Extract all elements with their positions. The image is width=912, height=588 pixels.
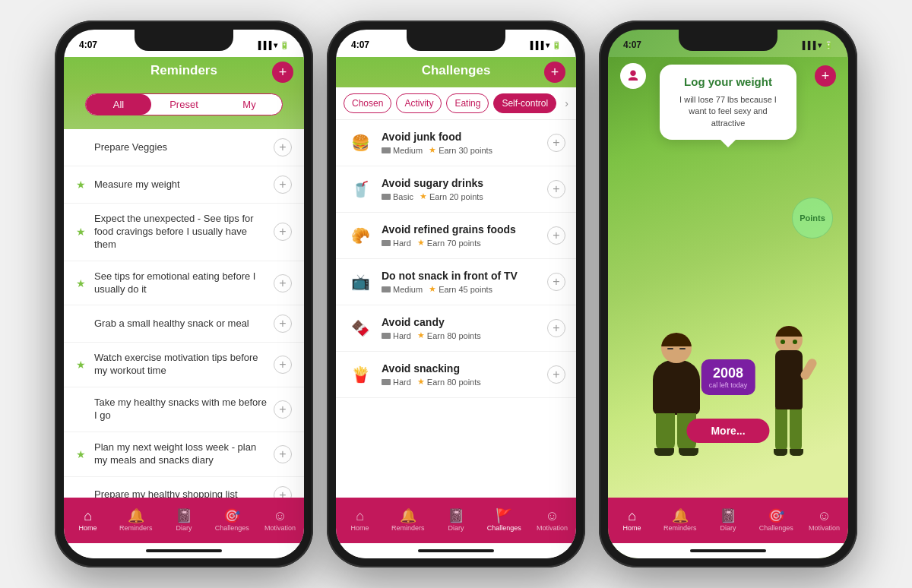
list-item[interactable]: 🍫 Avoid candy Hard ★ Earn 80 poin <box>336 305 576 352</box>
cal-badge: 2008 cal left today <box>701 359 755 395</box>
nav-home-label: Home <box>351 524 369 532</box>
challenge-info: Avoid candy Hard ★ Earn 80 points <box>382 316 540 340</box>
nav-home-1[interactable]: ⌂ Home <box>64 506 112 535</box>
difficulty-label: Hard <box>382 239 411 248</box>
add-challenge-item-button[interactable]: + <box>547 226 565 245</box>
points-label: ★ Earn 30 points <box>429 145 492 155</box>
nav-diary-1[interactable]: 📓 Diary <box>160 506 207 535</box>
difficulty-text: Medium <box>393 146 423 155</box>
bell-icon: 🔔 <box>128 509 144 523</box>
add-item-button[interactable]: + <box>274 138 292 156</box>
list-item[interactable]: ★ Plan my next weight loss week - plan m… <box>64 432 304 477</box>
tab-activity[interactable]: Activity <box>396 93 442 113</box>
nav-motivation-2[interactable]: ☺ Motivation <box>528 506 576 535</box>
list-item[interactable]: Take my healthy snacks with me before I … <box>64 387 304 432</box>
star-gold-icon: ★ <box>417 377 425 387</box>
star-gold-icon: ★ <box>420 191 427 201</box>
list-item[interactable]: ★ See tips for emotional eating before I… <box>64 261 304 306</box>
list-item[interactable]: 📺 Do not snack in front of TV Medium ★ <box>336 259 576 305</box>
signal-icons-3: ▐▐▐ ▾ 🔋 <box>800 41 833 49</box>
star-gold-icon: ★ <box>417 238 425 248</box>
challenges-icon: 🎯 <box>223 509 240 523</box>
list-item[interactable]: 🥐 Avoid refined grains foods Hard ★ <box>336 213 576 259</box>
challenges-icon: 🚩 <box>496 509 512 523</box>
difficulty-text: Hard <box>393 239 411 248</box>
challenge-meta: Hard ★ Earn 80 points <box>382 377 540 387</box>
list-item[interactable]: Prepare my healthy shopping list + <box>64 477 304 498</box>
list-item[interactable]: ★ Measure my weight + <box>64 166 304 204</box>
reminder-text: Expect the unexpected - See tips for foo… <box>94 213 268 251</box>
star-icon: ★ <box>76 226 88 238</box>
points-text: Earn 80 points <box>427 331 481 340</box>
star-icon: ★ <box>76 277 88 289</box>
tab-selfcontrol[interactable]: Self-control <box>493 93 556 113</box>
home-icon: ⌂ <box>356 509 364 523</box>
add-item-button[interactable]: + <box>274 274 292 292</box>
nav-home-label: Home <box>79 524 97 532</box>
nav-home-3[interactable]: ⌂ Home <box>608 506 656 535</box>
list-item[interactable]: 🍟 Avoid snacking Hard ★ Earn 80 p <box>336 352 576 398</box>
log-weight-title: Log your weight <box>673 75 783 88</box>
nav-motivation-3[interactable]: ☺ Motivation <box>800 506 848 535</box>
list-item[interactable]: Prepare Veggies + <box>64 129 304 166</box>
nav-challenges-1[interactable]: 🎯 Challenges <box>208 506 256 535</box>
diary-icon: 📓 <box>448 509 464 523</box>
points-text: Earn 20 points <box>429 192 483 201</box>
list-item[interactable]: ★ Watch exercise motivation tips before … <box>64 343 304 387</box>
phone-reminders: 4:07 ▐▐▐ ▾ 🔋 Reminders + All Preset My <box>55 21 313 567</box>
reminder-text: Prepare Veggies <box>94 141 268 154</box>
add-challenge-item-button[interactable]: + <box>547 180 565 198</box>
list-item[interactable]: 🥤 Avoid sugary drinks Basic ★ Ear <box>336 166 576 213</box>
home-icon: ⌂ <box>628 509 636 523</box>
challenge-emoji: 🍔 <box>347 129 374 156</box>
star-gold-icon: ★ <box>417 330 425 340</box>
add-challenge-item-button[interactable]: + <box>547 365 565 384</box>
cal-number: 2008 <box>709 365 748 381</box>
add-challenge-item-button[interactable]: + <box>547 273 565 291</box>
segment-my[interactable]: My <box>217 94 282 115</box>
nav-diary-3[interactable]: 📓 Diary <box>704 506 752 535</box>
nav-home-2[interactable]: ⌂ Home <box>336 506 384 535</box>
list-item[interactable]: ★ Expect the unexpected - See tips for f… <box>64 204 304 261</box>
star-gold-icon: ★ <box>429 284 436 294</box>
segment-preset[interactable]: Preset <box>151 94 217 115</box>
nav-motivation-label: Motivation <box>537 524 568 532</box>
add-item-button[interactable]: + <box>274 400 292 419</box>
phone-challenges: 4:07 ▐▐▐ ▾ 🔋 Challenges + Chosen Activit… <box>327 21 585 567</box>
bell-icon: 🔔 <box>400 509 416 523</box>
challenge-info: Do not snack in front of TV Medium ★ Ear… <box>382 270 540 294</box>
tab-eating[interactable]: Eating <box>446 93 489 113</box>
nav-reminders-2[interactable]: 🔔 Reminders <box>384 506 432 535</box>
add-item-button[interactable]: + <box>274 356 292 374</box>
add-challenge-item-button[interactable]: + <box>547 319 565 337</box>
notch-2 <box>407 30 505 51</box>
difficulty-bar <box>382 286 391 292</box>
add-item-button[interactable]: + <box>274 486 292 498</box>
nav-challenges-2[interactable]: 🚩 Challenges <box>480 506 528 535</box>
nav-diary-2[interactable]: 📓 Diary <box>432 506 480 535</box>
challenge-emoji: 📺 <box>347 268 374 296</box>
nav-motivation-1[interactable]: ☺ Motivation <box>256 506 304 535</box>
add-challenge-item-button[interactable]: + <box>547 134 565 152</box>
reminder-text: Plan my next weight loss week - plan my … <box>94 441 268 467</box>
segment-all[interactable]: All <box>86 94 151 115</box>
add-reminder-button[interactable]: + <box>272 62 293 83</box>
difficulty-label: Medium <box>382 285 423 294</box>
points-text: Earn 45 points <box>439 285 492 294</box>
points-text: Earn 30 points <box>439 146 492 155</box>
add-item-button[interactable]: + <box>274 445 292 463</box>
add-challenge-button[interactable]: + <box>544 62 565 83</box>
bottom-nav-1: ⌂ Home 🔔 Reminders 📓 Diary 🎯 Challenges <box>64 498 304 543</box>
list-item[interactable]: 🍔 Avoid junk food Medium ★ Earn 3 <box>336 120 576 166</box>
nav-reminders-1[interactable]: 🔔 Reminders <box>112 506 160 535</box>
add-item-button[interactable]: + <box>274 223 292 241</box>
add-item-button[interactable]: + <box>274 175 292 194</box>
challenge-emoji: 🍟 <box>347 361 374 388</box>
list-item[interactable]: Grab a small healthy snack or meal + <box>64 305 304 343</box>
more-button[interactable]: More... <box>686 419 769 443</box>
nav-challenges-3[interactable]: 🎯 Challenges <box>752 506 800 535</box>
tab-chosen[interactable]: Chosen <box>344 93 391 113</box>
nav-reminders-3[interactable]: 🔔 Reminders <box>656 506 704 535</box>
points-label: ★ Earn 20 points <box>420 191 483 201</box>
add-item-button[interactable]: + <box>274 315 292 333</box>
